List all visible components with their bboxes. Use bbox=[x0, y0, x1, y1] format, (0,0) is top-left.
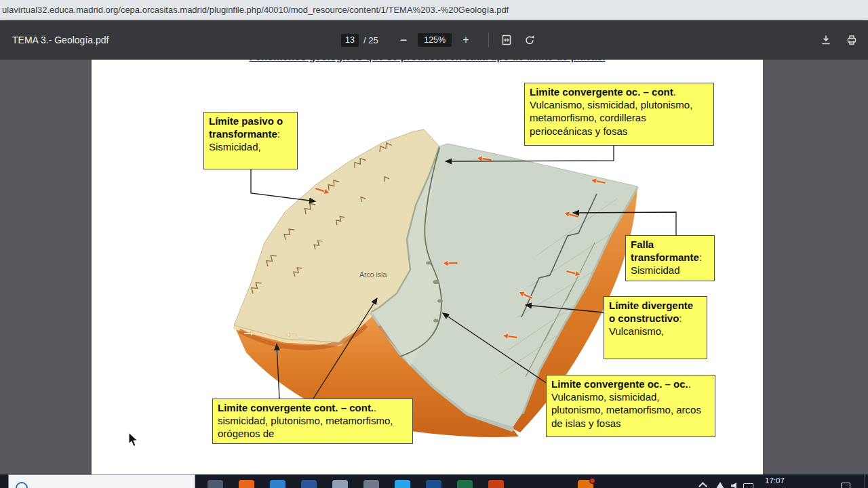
taskbar: 17:07 bbox=[0, 474, 868, 488]
print-icon[interactable] bbox=[846, 35, 857, 45]
fit-page-icon[interactable] bbox=[501, 35, 512, 45]
pdf-page: Fenómenos geológicos que se producen en … bbox=[92, 60, 763, 474]
taskview-icon[interactable] bbox=[208, 480, 223, 488]
chrome-icon[interactable] bbox=[270, 480, 285, 488]
callout-limite-pasivo: Límite pasivo o transformante: Sismicida… bbox=[203, 112, 298, 169]
settings-icon[interactable] bbox=[363, 480, 379, 488]
pdf-toolbar: TEMA 3.- Geología.pdf / 25 − 125% + bbox=[0, 20, 868, 60]
callout-title: Limite convergente cont. – cont. bbox=[218, 402, 374, 413]
callout-title: Límite pasivo o transformante bbox=[209, 115, 283, 140]
toolbar-right bbox=[821, 20, 857, 60]
tray-chevron-icon[interactable] bbox=[698, 482, 707, 488]
notification-app-icon[interactable] bbox=[578, 480, 593, 488]
toolbar-divider bbox=[488, 33, 489, 47]
word-icon[interactable] bbox=[301, 480, 317, 488]
browser-url-bar[interactable]: ulavirtual32.educa.madrid.org/cepa.orcas… bbox=[0, 0, 868, 20]
action-center-icon[interactable] bbox=[841, 483, 850, 488]
network-icon[interactable] bbox=[716, 482, 724, 488]
callout-convergente-oc-oc: Limite convergente oc. – oc.. Vulcanismo… bbox=[546, 375, 715, 437]
island-arc-label: Arco isla bbox=[359, 270, 387, 279]
callout-falla-transformante: Falla transformante: Sismicidad bbox=[625, 235, 715, 281]
page-count-label: / 25 bbox=[363, 35, 378, 45]
callout-title: Limite convergente oc. – cont bbox=[530, 86, 673, 98]
search-icon bbox=[16, 482, 28, 488]
pdf-viewport[interactable]: Fenómenos geológicos que se producen en … bbox=[0, 60, 868, 474]
toolbar-center: / 25 − 125% + bbox=[341, 20, 535, 60]
show-desktop-divider[interactable] bbox=[864, 474, 865, 488]
callout-limite-divergente: Límite divergente o constructivo: Vulcan… bbox=[604, 296, 707, 359]
battery-icon[interactable] bbox=[743, 483, 753, 488]
callout-title: Limite convergente oc. – oc. bbox=[551, 378, 688, 390]
url-text[interactable]: ulavirtual32.educa.madrid.org/cepa.orcas… bbox=[0, 5, 509, 15]
zoom-in-button[interactable]: + bbox=[461, 35, 470, 45]
callout-convergente-cont-cont: Limite convergente cont. – cont.. sismic… bbox=[212, 399, 413, 444]
zoom-out-button[interactable]: − bbox=[399, 34, 409, 46]
powerpoint-icon[interactable] bbox=[488, 480, 504, 488]
download-icon[interactable] bbox=[821, 35, 831, 45]
excel-icon[interactable] bbox=[457, 480, 473, 488]
rotate-icon[interactable] bbox=[524, 35, 535, 45]
callout-convergente-oc-cont: Limite convergente oc. – cont. Vulcanism… bbox=[524, 83, 714, 146]
pdf-title: TEMA 3.- Geología.pdf bbox=[12, 20, 108, 60]
notification-badge bbox=[589, 478, 595, 484]
outlook-icon[interactable] bbox=[426, 480, 441, 488]
taskbar-clock[interactable]: 17:07 bbox=[765, 476, 785, 485]
zoom-level[interactable]: 125% bbox=[418, 33, 452, 47]
page-number-input[interactable] bbox=[341, 34, 359, 47]
mouse-cursor bbox=[129, 432, 137, 447]
screen: ulavirtual32.educa.madrid.org/cepa.orcas… bbox=[0, 0, 868, 488]
firefox-icon[interactable] bbox=[239, 480, 254, 488]
volume-icon[interactable] bbox=[731, 483, 736, 488]
taskbar-search[interactable] bbox=[8, 474, 195, 488]
callout-title: Falla transformante bbox=[631, 239, 699, 263]
skype-icon[interactable] bbox=[395, 480, 410, 488]
explorer-icon[interactable] bbox=[332, 480, 348, 488]
